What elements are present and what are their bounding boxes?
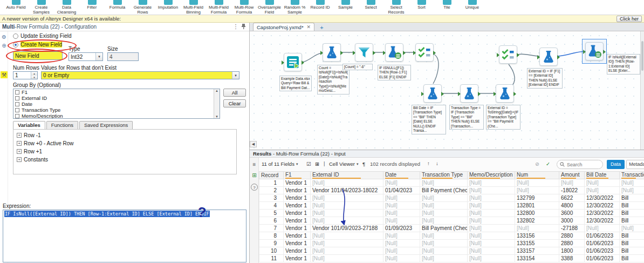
update-notification-button[interactable]: Click her [616, 16, 642, 22]
palette-tool[interactable]: Random % Sample [282, 0, 307, 15]
table-cell[interactable]: [Null] [311, 217, 383, 225]
grid-view-icon[interactable]: ⊞ [315, 161, 319, 167]
table-cell[interactable]: 132800 [515, 210, 559, 217]
table-cell[interactable]: 9 [259, 240, 284, 247]
table-cell[interactable]: [Null] [383, 210, 420, 217]
table-cell[interactable]: 2880 [559, 240, 585, 247]
table-row[interactable]: 5Vendor 1[Null][Null][Null][Null]1328003… [259, 210, 644, 217]
group-by-field-item[interactable]: Date [13, 101, 213, 107]
add-icon[interactable]: ⊕ [1, 42, 8, 49]
column-header[interactable]: Transaction Type [420, 172, 468, 179]
table-cell[interactable]: [Null] [515, 225, 559, 232]
table-cell[interactable]: 12/30/2022 [585, 217, 620, 225]
table-cell[interactable]: Vendor 1 [284, 217, 311, 225]
palette-tool[interactable]: Unique [460, 0, 485, 10]
table-cell[interactable]: Vendor 1 [284, 194, 311, 202]
checkbox-icon[interactable] [15, 102, 19, 106]
expander-icon[interactable]: + [17, 133, 22, 138]
table-cell[interactable]: 133157 [515, 247, 559, 255]
column-header[interactable]: Num [515, 172, 559, 179]
palette-tool[interactable]: Record ID [307, 0, 333, 10]
radio-create-new-field[interactable]: Create New Field [13, 42, 62, 48]
table-cell[interactable]: 01/09/2023 [383, 225, 420, 232]
tab-saved-expressions[interactable]: Saved Expressions [79, 121, 133, 129]
table-cell[interactable]: Bill [620, 202, 644, 210]
tool-multi-row-formula-external[interactable] [585, 42, 604, 60]
table-cell[interactable]: [Null] [468, 202, 515, 210]
table-row[interactable]: 3Vendor 1[Null][Null][Null][Null]1327996… [259, 194, 644, 202]
table-cell[interactable]: [Null] [559, 179, 585, 187]
tool-formula-count[interactable] [323, 43, 341, 62]
table-cell[interactable]: Vendor 1 [284, 210, 311, 217]
table-cell[interactable]: 6 [259, 217, 284, 225]
column-header[interactable]: Date [383, 172, 420, 179]
table-cell[interactable]: [Null] [420, 194, 468, 202]
column-header[interactable]: Amount [559, 172, 585, 179]
table-cell[interactable]: [Null] [383, 179, 420, 187]
table-cell[interactable]: [Null] [311, 194, 383, 202]
column-header[interactable]: Record [259, 172, 284, 179]
arrow-up-icon[interactable]: ↑ [427, 160, 430, 166]
table-cell[interactable]: Bill [620, 240, 644, 247]
table-cell[interactable]: 4800 [559, 202, 585, 210]
table-cell[interactable]: [Null] [383, 247, 420, 255]
tool-formula-transaction-type[interactable] [460, 84, 478, 103]
new-field-name-input[interactable]: New Field [13, 51, 63, 60]
table-cell[interactable]: 8 [259, 232, 284, 240]
table-cell[interactable]: Vendor 101/04/2023-18022 [311, 187, 383, 194]
tool-select-2[interactable] [499, 45, 517, 64]
table-row[interactable]: 11Vendor 1[Null][Null][Null][Null]133154… [259, 255, 644, 262]
search-input[interactable] [567, 162, 599, 167]
tree-item[interactable]: + Row -1 [17, 131, 236, 139]
all-button[interactable]: All [223, 89, 246, 97]
palette-tool[interactable]: Auto Field [3, 0, 29, 10]
canvas-vertical-scrollbar[interactable] [640, 31, 644, 150]
table-cell[interactable]: 01/06/2023 [585, 232, 620, 240]
palette-tool[interactable]: Multi-Field Formula [206, 0, 231, 15]
group-by-field-item[interactable]: F1 [13, 89, 213, 95]
table-cell[interactable]: 4 [259, 202, 284, 210]
table-cell[interactable]: [Null] [468, 194, 515, 202]
table-row[interactable]: 6Vendor 1[Null][Null][Null][Null]1328023… [259, 217, 644, 225]
table-cell[interactable]: 12/30/2022 [585, 202, 620, 210]
metadata-button[interactable]: Metadata [626, 160, 644, 169]
table-cell[interactable]: [Null] [311, 255, 383, 262]
table-cell[interactable]: [Null] [468, 255, 515, 262]
annotation-transaction-type[interactable]: Transaction Type = IF [Transaction Type]… [449, 105, 484, 130]
workflow-canvas[interactable]: Example Data.xlsx Query='Raw Bill & Bill… [250, 31, 644, 150]
table-cell[interactable]: Vendor 1 [284, 202, 311, 210]
annotation-input[interactable]: Example Data.xlsx Query='Raw Bill & Bill… [279, 76, 312, 91]
checkbox-icon[interactable] [15, 114, 19, 118]
tool-input-data[interactable] [284, 53, 302, 71]
palette-tool[interactable]: Oversample Field [257, 0, 282, 15]
palette-tool[interactable]: Tile [434, 0, 460, 10]
tool-multi-row-formula-f1[interactable] [385, 43, 403, 62]
palette-tool[interactable]: Filter [79, 0, 105, 10]
table-cell[interactable]: Bill Payment (Check) [420, 187, 468, 194]
fields-dropdown[interactable]: 11 of 11 Fields ▾ [262, 161, 298, 167]
table-cell[interactable]: [Null] [311, 240, 383, 247]
annotation-external-id-if[interactable]: External ID = IF [F1] == [External ID] T… [527, 68, 563, 89]
table-row[interactable]: 10Vendor 1[Null][Null][Null][Null]133157… [259, 247, 644, 255]
table-cell[interactable]: Bill [620, 210, 644, 217]
table-cell[interactable]: [Null] [311, 202, 383, 210]
table-cell[interactable]: [Null] [585, 179, 620, 187]
listbox-scrollbar[interactable]: ▲▼ [214, 89, 220, 118]
table-cell[interactable]: 5 [259, 210, 284, 217]
column-header[interactable]: F1 [284, 172, 311, 179]
table-cell[interactable]: [Null] [420, 210, 468, 217]
workflow-tab[interactable]: CapstoneProj.yxmd* ✕ [253, 23, 314, 31]
table-cell[interactable]: 12/30/2022 [585, 194, 620, 202]
annotation-multirow-external[interactable]: IF IsNull([External ID]) THEN [Row-1:Ext… [607, 54, 640, 75]
pin-panel-icon[interactable] [239, 24, 247, 30]
table-cell[interactable]: [Null] [383, 255, 420, 262]
table-cell[interactable]: 10 [259, 247, 284, 255]
table-cell[interactable]: 132799 [515, 194, 559, 202]
tab-variables[interactable]: Variables [13, 121, 45, 129]
table-cell[interactable]: [Null] [420, 202, 468, 210]
annotation-filter[interactable]: [Count] = "-6" [342, 64, 373, 70]
table-cell[interactable]: [Null] [468, 187, 515, 194]
expander-icon[interactable]: + [17, 157, 22, 162]
cell-viewer-dropdown[interactable]: Cell Viewer ▾ [329, 161, 358, 167]
palette-tool[interactable]: Generate Rows [130, 0, 155, 15]
